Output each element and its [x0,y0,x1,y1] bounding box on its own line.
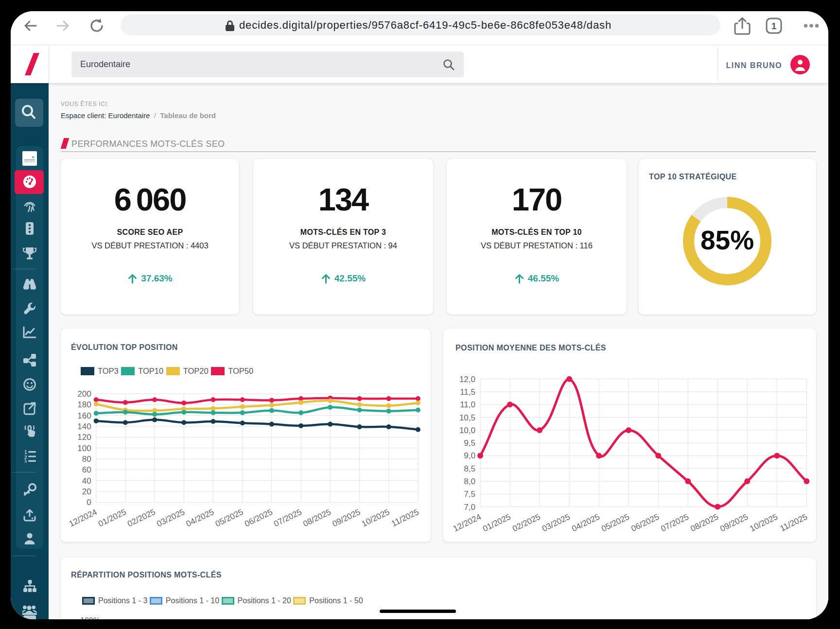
svg-text:11/2025: 11/2025 [779,512,809,533]
svg-text:01/2025: 01/2025 [481,512,512,534]
svg-text:10,0: 10,0 [459,426,475,435]
svg-text:05/2025: 05/2025 [600,512,631,534]
svg-text:01/2025: 01/2025 [97,507,128,529]
svg-text:11/2025: 11/2025 [390,507,420,528]
svg-text:9,0: 9,0 [464,451,475,460]
svg-text:12/2024: 12/2024 [68,507,99,529]
svg-text:12,0: 12,0 [459,375,475,384]
svg-text:140: 140 [77,422,91,431]
svg-text:7,0: 7,0 [464,503,475,512]
svg-text:180: 180 [77,400,91,409]
svg-text:80: 80 [82,454,91,464]
svg-text:08/2025: 08/2025 [689,512,720,534]
svg-text:120: 120 [77,433,91,442]
svg-text:11,0: 11,0 [460,400,475,409]
svg-text:05/2025: 05/2025 [214,507,245,529]
svg-text:0: 0 [87,498,91,507]
svg-text:06/2025: 06/2025 [630,512,661,534]
svg-text:09/2025: 09/2025 [331,507,362,529]
svg-text:9,5: 9,5 [464,438,475,448]
svg-text:100: 100 [77,444,91,453]
svg-text:10/2025: 10/2025 [748,512,779,534]
svg-text:8,5: 8,5 [464,464,475,473]
svg-text:11,5: 11,5 [460,387,475,397]
svg-text:10/2025: 10/2025 [360,507,391,529]
svg-text:02/2025: 02/2025 [126,507,157,529]
svg-text:20: 20 [82,487,91,496]
svg-text:03/2025: 03/2025 [541,512,572,534]
svg-text:10,5: 10,5 [459,413,475,422]
svg-text:07/2025: 07/2025 [272,507,303,529]
svg-text:06/2025: 06/2025 [243,507,274,529]
svg-text:04/2025: 04/2025 [185,507,216,529]
svg-text:07/2025: 07/2025 [659,512,690,534]
svg-text:7,5: 7,5 [464,489,475,499]
svg-text:03/2025: 03/2025 [155,507,186,529]
svg-text:40: 40 [82,476,91,486]
svg-text:200: 200 [77,389,91,399]
svg-text:60: 60 [82,465,91,474]
svg-text:09/2025: 09/2025 [718,512,750,534]
svg-text:8,0: 8,0 [464,477,475,486]
svg-text:02/2025: 02/2025 [511,512,542,534]
svg-text:08/2025: 08/2025 [301,507,332,529]
svg-text:160: 160 [77,411,91,420]
svg-text:12/2024: 12/2024 [452,512,483,534]
svg-text:04/2025: 04/2025 [570,512,601,534]
